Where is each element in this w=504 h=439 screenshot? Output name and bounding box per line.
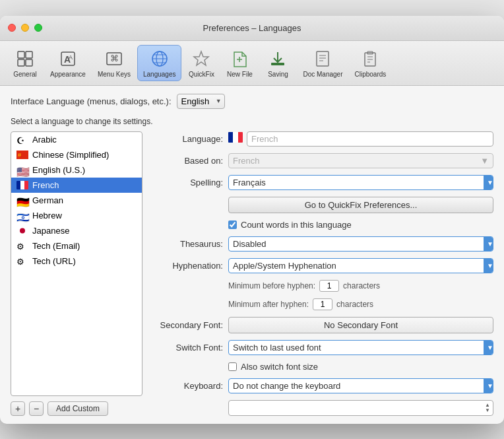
spelling-dropdown[interactable]: Français ▼ <box>228 175 493 190</box>
keyboard-value: Do not change the keyboard <box>229 379 484 393</box>
count-words-row: Count words in this language <box>228 220 493 230</box>
toolbar-item-clipboards[interactable]: Clipboards <box>350 46 392 81</box>
remove-language-button[interactable]: − <box>29 401 44 416</box>
close-button[interactable] <box>8 24 16 32</box>
keyboard-control: Do not change the keyboard ▼ <box>228 378 493 393</box>
spelling-value: Français <box>229 176 484 189</box>
keyboard-dropdown[interactable]: Do not change the keyboard ▼ <box>228 378 493 393</box>
minimize-button[interactable] <box>21 24 29 32</box>
min-before-input[interactable] <box>319 280 339 292</box>
hyphenation-dropdown[interactable]: Apple/System Hyphenation ▼ <box>228 258 493 273</box>
language-value-input[interactable] <box>247 131 493 147</box>
go-quickfix-button[interactable]: Go to QuickFix Preferences... <box>228 197 493 213</box>
toolbar-item-new-file[interactable]: New File <box>221 46 258 81</box>
keyboard-extra-dropdown[interactable]: ▲ ▼ <box>228 400 493 416</box>
based-on-value: French <box>229 154 476 168</box>
min-after-input[interactable] <box>313 298 332 310</box>
svg-rect-2 <box>18 59 24 66</box>
hebrew-flag: 🇮🇱 <box>16 211 28 220</box>
svg-point-30 <box>20 228 25 233</box>
language-field-label: Language: <box>150 134 223 144</box>
svg-marker-14 <box>194 51 208 65</box>
min-before-hyphen-row: Minimum before hyphen: characters <box>150 280 493 292</box>
based-on-control: French ▼ <box>228 153 493 168</box>
appearance-label: Appearance <box>50 71 86 78</box>
count-words-checkbox[interactable] <box>228 220 237 229</box>
toolbar-item-appearance[interactable]: A A Appearance <box>45 46 91 81</box>
interface-lang-row: Interface Language (menus, dialogs, etc.… <box>11 94 493 109</box>
quickfix-icon <box>191 48 212 69</box>
clipboards-label: Clipboards <box>355 71 387 78</box>
titlebar: Preferences – Languages <box>0 16 504 41</box>
lang-item-tech-url[interactable]: ⚙ Tech (URL) <box>11 253 142 269</box>
saving-label: Saving <box>268 71 288 78</box>
maximize-button[interactable] <box>34 24 42 32</box>
svg-rect-18 <box>317 51 329 66</box>
german-flag: 🇩🇪 <box>16 196 28 205</box>
also-switch-row: Also switch font size <box>228 362 493 372</box>
toolbar-item-saving[interactable]: Saving <box>259 46 296 81</box>
add-language-button[interactable]: + <box>11 401 25 416</box>
german-name: German <box>32 195 63 205</box>
lang-item-arabic[interactable]: ☪ Arabic <box>11 132 142 147</box>
lang-list-container: ☪ Arabic # Chinese (Simplified) 🇺🇸 Engli… <box>11 131 142 416</box>
lang-item-french[interactable]: French <box>11 178 142 193</box>
language-control <box>228 131 493 147</box>
english-us-name: English (U.S.) <box>32 165 85 175</box>
thesaurus-control: Disabled ▼ <box>228 236 493 252</box>
tech-url-name: Tech (URL) <box>32 256 76 266</box>
svg-text:⌘: ⌘ <box>110 53 119 63</box>
doc-manager-icon <box>312 48 333 69</box>
quickfix-label: QuickFix <box>189 71 214 78</box>
secondary-font-control: No Secondary Font <box>228 317 493 333</box>
spelling-dropdown-arrow[interactable]: ▼ <box>484 176 493 189</box>
toolbar-item-languages[interactable]: Languages <box>137 45 182 81</box>
lang-item-english-us[interactable]: 🇺🇸 English (U.S.) <box>11 162 142 178</box>
lang-item-japanese[interactable]: Japanese <box>11 223 142 238</box>
keyboard-dropdown-arrow[interactable]: ▼ <box>484 379 493 393</box>
general-label: General <box>13 71 37 78</box>
hyphenation-dropdown-arrow[interactable]: ▼ <box>484 259 493 273</box>
based-on-dropdown[interactable]: French ▼ <box>228 153 493 168</box>
switch-font-control: Switch to last used font ▼ <box>228 340 493 355</box>
hyphenation-label: Hyphenation: <box>150 261 223 271</box>
thesaurus-dropdown-arrow[interactable]: ▼ <box>484 237 493 251</box>
mini-arrows-icon: ▲ ▼ <box>485 403 490 413</box>
switch-font-value: Switch to last used font <box>229 341 484 355</box>
toolbar-item-general[interactable]: General <box>7 46 44 81</box>
tech-email-name: Tech (Email) <box>32 241 80 251</box>
french-flag <box>16 181 28 189</box>
saving-icon <box>267 48 288 69</box>
svg-text:#: # <box>18 152 21 158</box>
switch-font-dropdown[interactable]: Switch to last used font ▼ <box>228 340 493 355</box>
lang-item-hebrew[interactable]: 🇮🇱 Hebrew <box>11 208 142 223</box>
arabic-flag: ☪ <box>16 135 28 144</box>
also-switch-checkbox[interactable] <box>228 362 237 371</box>
interface-lang-select[interactable]: English <box>177 94 225 109</box>
spelling-row: Spelling: Français ▼ <box>150 175 493 190</box>
secondary-font-row: Secondary Font: No Secondary Font <box>150 317 493 333</box>
toolbar-item-menu-keys[interactable]: ⌘ Menu Keys <box>92 46 136 81</box>
secondary-font-button[interactable]: No Secondary Font <box>228 317 493 333</box>
lang-item-german[interactable]: 🇩🇪 German <box>11 193 142 208</box>
lang-item-chinese[interactable]: # Chinese (Simplified) <box>11 147 142 162</box>
toolbar-item-doc-manager[interactable]: Doc Manager <box>298 46 348 81</box>
lang-item-tech-email[interactable]: ⚙ Tech (Email) <box>11 238 142 253</box>
interface-lang-select-wrapper[interactable]: English <box>177 94 225 109</box>
svg-rect-0 <box>18 51 24 58</box>
japanese-name: Japanese <box>32 226 69 236</box>
add-custom-button[interactable]: Add Custom <box>47 401 108 416</box>
menu-keys-label: Menu Keys <box>98 71 131 78</box>
svg-text:A: A <box>69 54 73 61</box>
tech-email-flag: ⚙ <box>16 242 28 250</box>
doc-manager-label: Doc Manager <box>303 71 342 78</box>
menu-keys-icon: ⌘ <box>104 48 125 69</box>
toolbar-item-quickfix[interactable]: QuickFix <box>183 46 220 81</box>
language-flag-display <box>228 132 243 146</box>
settings-panel: Language: Based on: French ▼ <box>150 131 493 416</box>
switch-font-dropdown-arrow[interactable]: ▼ <box>484 341 493 355</box>
languages-icon <box>149 48 170 69</box>
thesaurus-dropdown[interactable]: Disabled ▼ <box>228 236 493 252</box>
interface-lang-label: Interface Language (menus, dialogs, etc.… <box>11 96 172 106</box>
main-area: ☪ Arabic # Chinese (Simplified) 🇺🇸 Engli… <box>11 131 493 416</box>
